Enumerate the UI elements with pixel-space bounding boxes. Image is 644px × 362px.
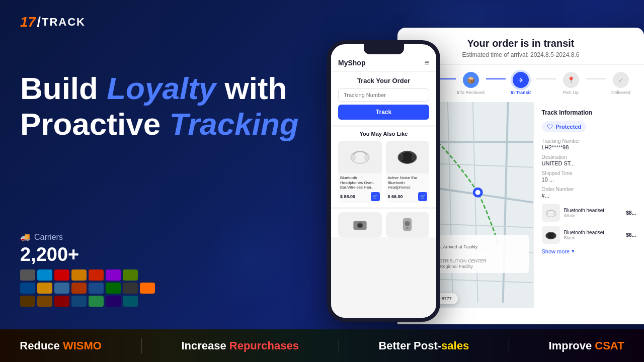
reduce-text: Reduce — [20, 339, 63, 352]
shipped-time-label: Shipped Time — [542, 170, 636, 176]
svg-rect-26 — [546, 212, 548, 215]
bottom-repurchases-label: Increase Repurchases — [181, 339, 299, 352]
panel-product-white: Bluetooth headset White $8... — [542, 204, 636, 222]
carrier-icon — [123, 283, 138, 294]
hero-line1: Build Loyalty with — [20, 70, 299, 106]
hero-section: Build Loyalty with Proactive Tracking — [20, 70, 299, 142]
shipped-time-row: Shipped Time 10 ... — [542, 170, 636, 183]
wismo-text: WISMO — [63, 339, 102, 352]
panel-product-price-white: $8... — [626, 210, 636, 216]
menu-icon[interactable]: ≡ — [425, 58, 429, 67]
panel-product-details-black: Bluetooth headset Black — [564, 230, 622, 240]
product-grid: Bluetooth Headphones Over-Ear,Wireless H… — [338, 141, 429, 203]
product-price-row-white: $ 88.00 🛒 — [338, 191, 382, 203]
panel-products: Bluetooth headset White $8... — [542, 204, 636, 244]
shop-header: MyShop ≡ — [331, 54, 436, 72]
bottom-item-csat: Improve CSAT — [549, 339, 624, 352]
add-to-cart-black[interactable]: 🛒 — [418, 192, 427, 201]
panel-eta: Estimated time of arrival: 2024.8.5-2024… — [410, 51, 632, 58]
product-image-black — [386, 141, 430, 173]
carrier-icon — [71, 283, 87, 294]
add-to-cart-white[interactable]: 🛒 — [371, 192, 380, 201]
bottom-bar: Reduce WISMO Increase Repurchases Better… — [0, 329, 644, 362]
logo[interactable]: 17 / TRACK — [20, 14, 86, 30]
better-post-text: Better Post- — [378, 339, 441, 352]
carrier-icon — [89, 296, 104, 307]
carrier-icon — [89, 269, 104, 281]
bottom-divider-1 — [141, 338, 142, 353]
carrier-icon — [54, 269, 69, 281]
carrier-icon — [123, 269, 138, 281]
panel-product-details-white: Bluetooth headset White — [564, 208, 622, 218]
show-more-text: Show more — [542, 248, 570, 254]
svg-rect-4 — [398, 154, 403, 160]
hero-tracking-word: Tracking — [169, 107, 298, 141]
svg-rect-5 — [412, 154, 416, 160]
bottom-divider-3 — [509, 338, 509, 353]
carrier-icon — [20, 283, 35, 294]
connector-4 — [586, 78, 606, 79]
logo-slash: / — [37, 14, 41, 30]
carrier-icon — [106, 296, 121, 307]
panel-product-img-white — [542, 204, 560, 222]
decorative-circle-2 — [201, 211, 302, 312]
tracking-number-input[interactable] — [338, 88, 429, 102]
svg-rect-27 — [553, 212, 555, 215]
phone-content: MyShop ≡ Track Your Order Track You May … — [331, 54, 436, 322]
carrier-icon — [54, 283, 69, 294]
product-name-black: Active Noise Ear Bluetooth Headphones — [386, 173, 430, 191]
svg-rect-1 — [351, 154, 355, 160]
panel-headphone-black-svg — [543, 227, 558, 242]
headphone-black-svg — [393, 143, 421, 171]
panel-product-color-black: Black — [564, 235, 622, 240]
hero-loyalty: Loyalty — [107, 71, 216, 106]
svg-rect-29 — [546, 234, 548, 237]
order-number-row: Order Number #... — [542, 187, 636, 199]
more-products-row — [331, 209, 436, 237]
csat-text: CSAT — [595, 339, 624, 352]
step-delivered: ✓ Delivered — [606, 72, 636, 95]
carrier-row-2 — [20, 283, 155, 294]
svg-point-11 — [406, 227, 409, 229]
mini-product-1 — [338, 212, 382, 237]
panel-product-black: Bluetooth headset Black $6... — [542, 226, 636, 244]
headphone-white-svg — [346, 143, 374, 171]
carrier-row-1 — [20, 269, 155, 281]
carrier-icon — [106, 283, 121, 294]
bottom-csat-label: Improve CSAT — [549, 339, 624, 352]
carrier-truck-icon: 🚚 — [20, 232, 30, 242]
carriers-count: 2,200+ — [20, 244, 155, 265]
step-in-transit: ✈ In Transit — [506, 72, 536, 95]
bottom-item-postsales: Better Post-sales — [378, 339, 469, 352]
track-button[interactable]: Track — [338, 105, 429, 120]
panel-main-title: Your order is in transit — [410, 38, 632, 49]
order-number-value: #... — [542, 193, 636, 199]
step-label-info: Info Received — [456, 90, 486, 95]
hero-proactive: Proactive — [20, 107, 169, 141]
step-circle-pickup: 📍 — [563, 72, 579, 88]
carriers-section: 🚚 Carriers 2,200+ — [20, 232, 155, 307]
carrier-icon — [123, 296, 138, 307]
protected-text: Protected — [556, 124, 582, 130]
tracking-number-value: LH2*****98 — [542, 144, 636, 150]
carrier-icon — [37, 283, 52, 294]
svg-point-24 — [475, 190, 480, 195]
product-card-white: Bluetooth Headphones Over-Ear,Wireless H… — [338, 141, 382, 203]
sales-text: sales — [441, 339, 469, 352]
panel-product-name-white: Bluetooth headset — [564, 208, 622, 213]
shop-name: MyShop — [338, 59, 365, 67]
product-name-white: Bluetooth Headphones Over-Ear,Wireless H… — [338, 173, 382, 191]
product-card-black: Active Noise Ear Bluetooth Headphones $ … — [386, 141, 430, 203]
panel-product-color-white: White — [564, 213, 622, 218]
show-more-button[interactable]: Show more ▾ — [542, 248, 636, 254]
product-price-black: $ 66.00 — [388, 194, 403, 199]
carriers-label: 🚚 Carriers — [20, 232, 155, 242]
svg-point-8 — [358, 224, 362, 227]
phone-mockup: MyShop ≡ Track Your Order Track You May … — [327, 40, 440, 322]
track-section: Track Your Order Track — [331, 72, 436, 125]
repurchases-text: Repurchases — [229, 339, 299, 352]
camera-svg — [351, 216, 369, 233]
connector-3 — [536, 78, 556, 79]
hero-with: with — [216, 71, 287, 106]
carrier-icons-grid — [20, 269, 155, 307]
